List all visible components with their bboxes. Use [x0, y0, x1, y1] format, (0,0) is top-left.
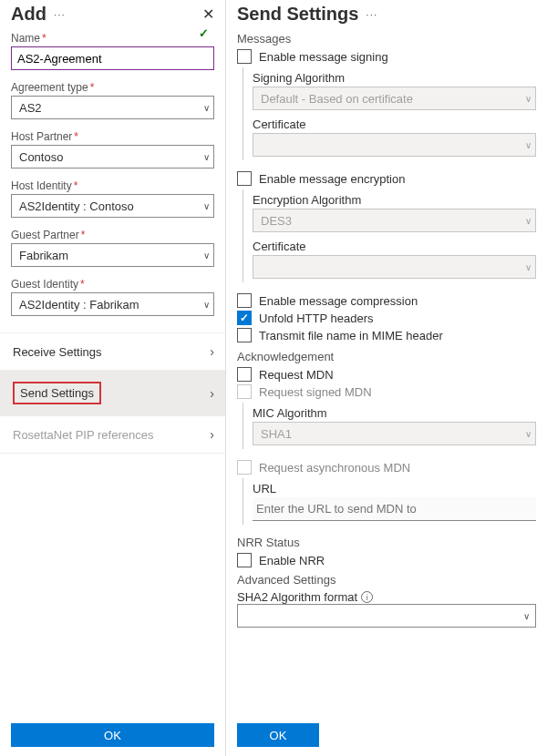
close-icon[interactable]: ✕: [202, 5, 214, 23]
chevron-down-icon: ∨: [525, 216, 532, 226]
request-signed-mdn-checkbox: [237, 384, 252, 399]
request-signed-mdn-label: Request signed MDN: [259, 385, 372, 399]
host-partner-value: Contoso: [19, 150, 63, 164]
host-identity-label: Host Identity: [11, 179, 72, 192]
unfold-http-checkbox[interactable]: ✓: [237, 311, 252, 325]
guest-identity-label: Guest Identity: [11, 278, 78, 291]
encryption-algo-select: DES3 ∨: [253, 209, 536, 232]
add-panel: Add ··· ✕ Name* ✓ Agreement type* AS2 ∨ …: [0, 0, 226, 756]
chevron-down-icon: ∨: [525, 429, 532, 439]
chevron-down-icon: ∨: [525, 94, 532, 104]
sha2-format-select[interactable]: ∨: [237, 604, 536, 628]
nav-receive-label: Receive Settings: [13, 345, 102, 359]
enable-signing-checkbox[interactable]: [237, 49, 252, 64]
enable-encryption-checkbox[interactable]: [237, 171, 252, 186]
chevron-right-icon: ›: [210, 427, 214, 442]
mdn-url-input: [253, 497, 536, 521]
chevron-down-icon: ∨: [525, 262, 532, 272]
chevron-right-icon: ›: [210, 386, 214, 401]
signing-algo-value: Default - Based on certificate: [261, 92, 413, 106]
ok-button-left[interactable]: OK: [11, 723, 214, 747]
enable-signing-label: Enable message signing: [259, 50, 388, 64]
guest-partner-value: Fabrikam: [19, 249, 68, 262]
nav-send-settings[interactable]: Send Settings ›: [0, 371, 225, 416]
signing-algo-select: Default - Based on certificate ∨: [253, 87, 536, 110]
mic-algo-select: SHA1 ∨: [253, 422, 536, 445]
nrr-section-label: NRR Status: [237, 536, 536, 549]
transmit-mime-label: Transmit file name in MIME header: [259, 329, 443, 342]
request-async-mdn-label: Request asynchronous MDN: [259, 461, 410, 475]
send-settings-panel: Send Settings ··· Messages Enable messag…: [226, 0, 547, 756]
request-mdn-label: Request MDN: [259, 368, 334, 382]
url-label: URL: [253, 482, 536, 495]
name-input[interactable]: [11, 46, 214, 70]
guest-identity-value: AS2Identity : Fabrikam: [19, 298, 139, 312]
chevron-down-icon: ∨: [203, 152, 210, 162]
encryption-cert-label: Certificate: [253, 240, 536, 253]
messages-section-label: Messages: [237, 32, 536, 46]
encryption-algo-value: DES3: [261, 214, 292, 228]
sha2-format-label: SHA2 Algorithm format: [237, 590, 357, 604]
host-identity-select[interactable]: AS2Identity : Contoso ∨: [11, 194, 214, 218]
mic-algo-label: MIC Algorithm: [253, 406, 536, 420]
guest-identity-select[interactable]: AS2Identity : Fabrikam ∨: [11, 292, 214, 316]
chevron-down-icon: ∨: [203, 201, 210, 211]
valid-check-icon: ✓: [199, 26, 209, 40]
nav-receive-settings[interactable]: Receive Settings ›: [0, 333, 225, 371]
ok-button-right[interactable]: OK: [237, 723, 319, 747]
add-title: Add: [11, 4, 46, 25]
chevron-down-icon: ∨: [203, 300, 210, 310]
guest-partner-label: Guest Partner: [11, 229, 79, 241]
name-label: Name: [11, 32, 40, 45]
enable-encryption-label: Enable message encryption: [259, 172, 405, 186]
signing-algo-label: Signing Algorithm: [253, 71, 536, 85]
send-settings-title: Send Settings: [237, 4, 358, 25]
enable-compression-label: Enable message compression: [259, 294, 418, 308]
enable-nrr-label: Enable NRR: [259, 554, 325, 567]
nav-rosettanet-label: RosettaNet PIP references: [13, 428, 153, 442]
chevron-right-icon: ›: [210, 344, 214, 359]
agreement-type-select[interactable]: AS2 ∨: [11, 96, 214, 119]
signing-cert-label: Certificate: [253, 117, 536, 131]
encryption-cert-select: ∨: [253, 255, 536, 279]
transmit-mime-checkbox[interactable]: [237, 328, 252, 342]
chevron-down-icon: ∨: [203, 103, 210, 113]
request-async-mdn-checkbox: [237, 460, 252, 475]
nav-send-label: Send Settings: [13, 382, 101, 404]
agreement-type-label: Agreement type: [11, 81, 88, 94]
host-identity-value: AS2Identity : Contoso: [19, 199, 134, 213]
enable-compression-checkbox[interactable]: [237, 293, 252, 308]
host-partner-select[interactable]: Contoso ∨: [11, 145, 214, 169]
guest-partner-select[interactable]: Fabrikam ∨: [11, 243, 214, 267]
host-partner-label: Host Partner: [11, 130, 72, 143]
enable-nrr-checkbox[interactable]: [237, 553, 252, 567]
chevron-down-icon: ∨: [203, 250, 210, 261]
chevron-down-icon: ∨: [525, 140, 532, 150]
more-actions-icon[interactable]: ···: [366, 8, 377, 21]
encryption-algo-label: Encryption Algorithm: [253, 193, 536, 207]
signing-cert-select: ∨: [253, 133, 536, 157]
ack-section-label: Acknowledgement: [237, 350, 536, 363]
agreement-type-value: AS2: [19, 101, 42, 115]
advanced-section-label: Advanced Settings: [237, 573, 536, 587]
unfold-http-label: Unfold HTTP headers: [259, 312, 374, 325]
info-icon[interactable]: i: [361, 591, 373, 603]
more-actions-icon[interactable]: ···: [54, 8, 66, 21]
chevron-down-icon: ∨: [523, 611, 530, 621]
nav-rosettanet[interactable]: RosettaNet PIP references ›: [0, 416, 225, 454]
request-mdn-checkbox[interactable]: [237, 367, 252, 382]
mic-algo-value: SHA1: [261, 427, 292, 441]
